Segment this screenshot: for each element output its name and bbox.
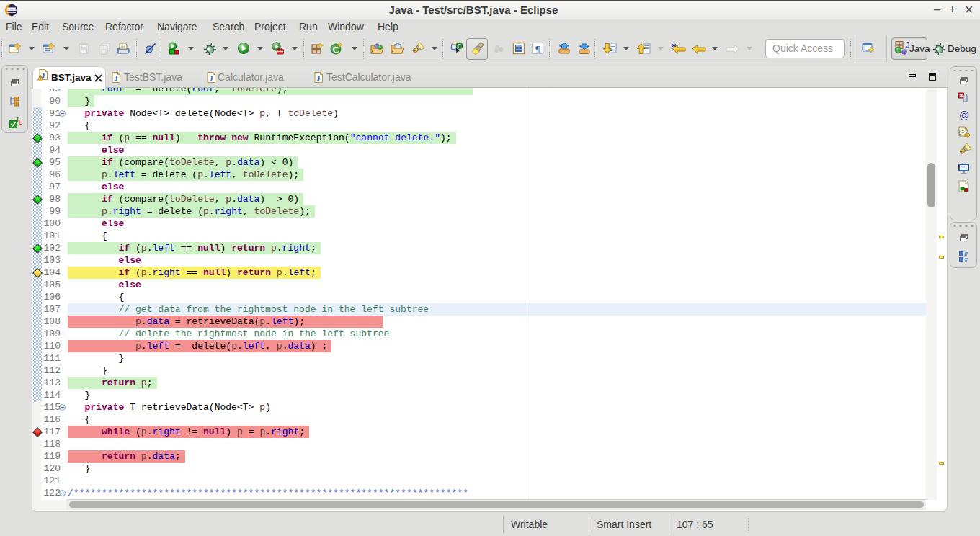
svg-text:C: C (457, 43, 462, 50)
svg-text:J: J (317, 74, 321, 82)
svg-text:¶: ¶ (535, 43, 540, 54)
svg-text:U: U (18, 118, 22, 126)
svg-text:J: J (115, 74, 118, 82)
svg-text:@: @ (959, 110, 969, 121)
svg-text:J: J (210, 74, 213, 82)
